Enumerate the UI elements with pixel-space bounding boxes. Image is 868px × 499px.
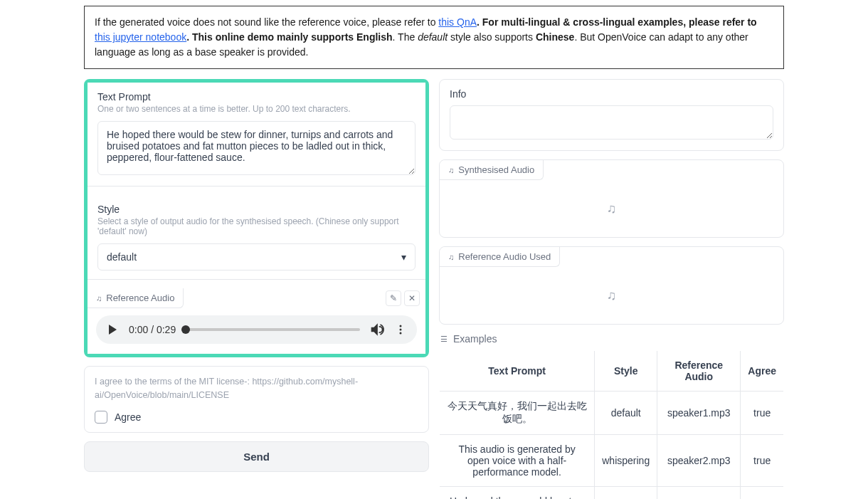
text-prompt-label: Text Prompt — [97, 91, 416, 103]
reference-audio-tab: ♫ Reference Audio — [88, 288, 184, 308]
reference-audio-used-label: Reference Audio Used — [458, 251, 551, 262]
notebook-link[interactable]: this jupyter notebook — [95, 31, 186, 43]
agree-label: Agree — [115, 411, 141, 423]
agree-checkbox-row[interactable]: Agree — [95, 411, 418, 424]
style-value: default — [107, 251, 137, 263]
reference-audio-used-empty: ♫ — [440, 267, 783, 324]
text-prompt-sublabel: One or two sentences at a time is better… — [97, 104, 416, 114]
notice-box: If the generated voice does not sound li… — [84, 6, 784, 69]
examples-header[interactable]: ☰ Examples — [439, 333, 784, 345]
notice-text: . For multi-lingual & cross-lingual exam… — [477, 16, 757, 28]
notice-text: . This online demo mainly supports — [186, 31, 356, 43]
examples-table: Text Prompt Style Reference Audio Agree … — [439, 350, 784, 499]
text-prompt-panel: Text Prompt One or two sentences at a ti… — [88, 83, 425, 187]
agree-text: I agree to the terms of the MIT license-… — [95, 375, 418, 402]
audio-progress[interactable] — [186, 328, 360, 331]
style-label: Style — [97, 204, 416, 215]
volume-icon[interactable] — [370, 322, 384, 337]
close-icon: ✕ — [408, 293, 416, 303]
music-icon: ♫ — [607, 201, 617, 216]
cell-ref: speaker2.mp3 — [657, 435, 741, 487]
table-row[interactable]: 今天天气真好，我们一起出去吃饭吧。 default speaker1.mp3 t… — [440, 392, 784, 435]
notice-text: . The — [393, 31, 418, 43]
synthesised-audio-panel: ♫ Synthesised Audio ♫ — [439, 159, 784, 238]
cell-text: 今天天气真好，我们一起出去吃饭吧。 — [440, 392, 595, 435]
audio-time: 0:00 / 0:29 — [129, 324, 176, 335]
synthesised-audio-tab: ♫ Synthesised Audio — [440, 160, 544, 180]
table-header-row: Text Prompt Style Reference Audio Agree — [440, 351, 784, 392]
play-button[interactable] — [106, 323, 119, 336]
info-panel: Info — [439, 79, 784, 151]
style-select[interactable]: default ▾ — [97, 243, 416, 270]
agree-checkbox[interactable] — [95, 411, 107, 424]
list-icon: ☰ — [440, 335, 448, 344]
cell-text: He hoped there would be stew for — [440, 487, 595, 500]
table-row[interactable]: This audio is generated by open voice wi… — [440, 435, 784, 487]
svg-point-2 — [400, 332, 402, 335]
examples-label: Examples — [453, 333, 497, 345]
synthesised-audio-label: Synthesised Audio — [458, 164, 534, 175]
reference-audio-label: Reference Audio — [106, 293, 174, 303]
notice-text: If the generated voice does not sound li… — [95, 16, 438, 28]
cell-ref: speaker1.mp3 — [657, 392, 741, 435]
clear-audio-button[interactable]: ✕ — [404, 290, 420, 306]
more-icon[interactable] — [394, 323, 407, 336]
notice-english: English — [356, 31, 393, 43]
svg-point-0 — [400, 325, 402, 327]
agree-panel: I agree to the terms of the MIT license-… — [84, 366, 429, 433]
col-text-prompt: Text Prompt — [440, 351, 595, 392]
style-panel: Style Select a style of output audio for… — [88, 195, 425, 280]
svg-point-1 — [400, 329, 402, 331]
col-agree: Agree — [741, 351, 784, 392]
reference-audio-panel: ♫ Reference Audio ✎ ✕ 0:00 / 0:29 — [88, 288, 425, 354]
music-icon: ♫ — [448, 166, 454, 174]
cell-agree: true — [741, 392, 784, 435]
reference-audio-used-tab: ♫ Reference Audio Used — [440, 247, 560, 267]
notice-chinese: Chinese — [536, 31, 574, 43]
table-row[interactable]: He hoped there would be stew for — [440, 487, 784, 500]
chevron-down-icon: ▾ — [401, 251, 406, 263]
music-icon: ♫ — [448, 253, 454, 261]
music-icon: ♫ — [96, 294, 102, 303]
synthesised-audio-empty: ♫ — [440, 180, 783, 237]
notice-default: default — [418, 31, 448, 43]
info-output[interactable] — [450, 105, 773, 140]
edit-audio-button[interactable]: ✎ — [386, 290, 401, 306]
cell-text: This audio is generated by open voice wi… — [440, 435, 595, 487]
cell-style: default — [595, 392, 657, 435]
info-label: Info — [450, 88, 773, 100]
qna-link[interactable]: this QnA — [438, 16, 477, 28]
col-ref-audio: Reference Audio — [657, 351, 741, 392]
cell-style — [595, 487, 657, 500]
cell-agree — [741, 487, 784, 500]
pencil-icon: ✎ — [390, 293, 397, 303]
input-highlight-group: Text Prompt One or two sentences at a ti… — [84, 79, 429, 357]
text-prompt-input[interactable] — [97, 121, 416, 175]
reference-audio-used-panel: ♫ Reference Audio Used ♫ — [439, 246, 784, 325]
cell-agree: true — [741, 435, 784, 487]
style-sublabel: Select a style of output audio for the s… — [97, 216, 416, 236]
col-style: Style — [595, 351, 657, 392]
cell-style: whispering — [595, 435, 657, 487]
music-icon: ♫ — [607, 288, 617, 303]
send-button[interactable]: Send — [84, 441, 429, 472]
audio-player: 0:00 / 0:29 — [96, 315, 417, 344]
notice-text: style also supports — [448, 31, 536, 43]
cell-ref — [657, 487, 741, 500]
